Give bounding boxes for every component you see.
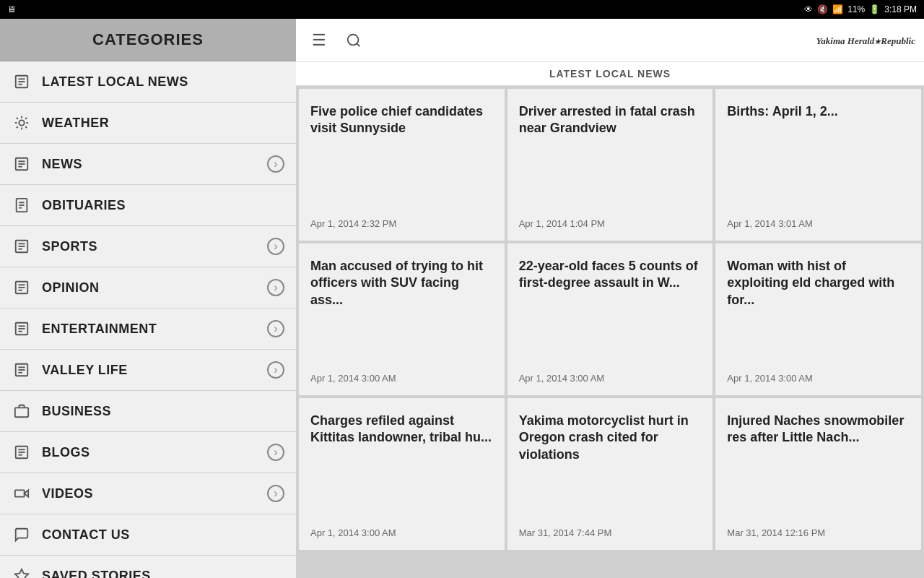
bookmark-icon — [12, 566, 32, 578]
svg-rect-43 — [15, 490, 25, 496]
news-card-date-8: Mar 31, 2014 7:44 PM — [519, 527, 702, 538]
opinion-chevron-icon: › — [267, 279, 284, 296]
sidebar-item-saved-stories[interactable]: SAVED STORIES — [0, 556, 296, 578]
status-bar-left: 🖥 — [7, 4, 16, 14]
svg-rect-37 — [15, 407, 28, 417]
sidebar-label-entertainment: ENTERTAINMENT — [42, 322, 267, 337]
newspaper-icon — [12, 72, 32, 92]
clock: 3:18 PM — [884, 4, 917, 14]
search-button[interactable] — [339, 26, 368, 55]
valley-life-icon — [12, 360, 32, 380]
news-card-title-2: Driver arrested in fatal crash near Gran… — [519, 103, 702, 137]
status-bar: 🖥 👁 🔇 📶 11% 🔋 3:18 PM — [0, 0, 924, 19]
sidebar-label-contact-us: CONTACT US — [42, 527, 284, 543]
battery-icon: 🔋 — [869, 4, 880, 14]
news-chevron-icon: › — [267, 155, 284, 173]
news-card-date-3: Apr 1, 2014 3:01 AM — [727, 218, 910, 229]
svg-marker-45 — [15, 569, 28, 578]
sidebar-label-obituaries: OBITUARIES — [42, 198, 284, 213]
sidebar: CATEGORIES LATEST LOCAL NEWS WEATHER NEW… — [0, 19, 296, 578]
content-area: ☰ Yakima Herald★Republic LATEST LOCAL NE… — [296, 19, 924, 578]
svg-point-47 — [348, 34, 359, 45]
sidebar-label-opinion: OPINION — [42, 280, 267, 296]
news-card-7[interactable]: Charges refiled against Kittitas landown… — [299, 398, 505, 550]
section-label: LATEST LOCAL NEWS — [296, 62, 924, 86]
news-card-date-5: Apr 1, 2014 3:00 AM — [519, 373, 702, 384]
sidebar-item-sports[interactable]: SPORTS › — [0, 226, 296, 267]
news-card-2[interactable]: Driver arrested in fatal crash near Gran… — [507, 89, 713, 241]
video-icon — [12, 483, 32, 504]
sidebar-item-entertainment[interactable]: ENTERTAINMENT › — [0, 309, 296, 350]
news-card-date-9: Mar 31, 2014 12:16 PM — [727, 527, 910, 538]
sidebar-item-contact-us[interactable]: CONTACT US — [0, 514, 296, 556]
news-card-title-4: Man accused of trying to hit officers wi… — [310, 258, 493, 309]
briefcase-icon — [12, 401, 32, 421]
news-card-6[interactable]: Woman with hist of exploiting eld charge… — [715, 243, 921, 395]
news-card-title-6: Woman with hist of exploiting eld charge… — [727, 258, 910, 309]
blogs-chevron-icon: › — [267, 444, 284, 461]
news-card-date-4: Apr 1, 2014 3:00 AM — [310, 373, 493, 384]
sidebar-label-videos: VIDEOS — [42, 486, 267, 501]
sidebar-item-obituaries[interactable]: OBITUARIES — [0, 185, 296, 226]
sidebar-item-opinion[interactable]: OPINION › — [0, 267, 296, 309]
blogs-icon — [12, 442, 32, 462]
battery-percent: 11% — [847, 4, 865, 14]
sidebar-label-latest-local-news: LATEST LOCAL NEWS — [42, 74, 284, 90]
search-icon — [346, 33, 362, 48]
sidebar-label-valley-life: VALLEY LIFE — [42, 363, 267, 378]
mute-icon: 🔇 — [817, 4, 828, 14]
sidebar-label-saved-stories: SAVED STORIES — [42, 569, 284, 579]
opinion-icon — [12, 277, 32, 298]
sidebar-label-weather: WEATHER — [42, 116, 284, 131]
news-card-title-9: Injured Naches snowmobiler res after Lit… — [727, 413, 910, 447]
news-card-5[interactable]: 22-year-old faces 5 counts of first-degr… — [507, 243, 713, 395]
sidebar-label-news: NEWS — [42, 157, 267, 172]
sidebar-item-videos[interactable]: VIDEOS › — [0, 473, 296, 514]
news-grid: Five police chief candidates visit Sunny… — [296, 86, 924, 578]
svg-line-9 — [17, 118, 18, 119]
eye-icon: 👁 — [804, 4, 813, 14]
entertainment-icon — [12, 319, 32, 339]
menu-button[interactable]: ☰ — [305, 26, 334, 55]
chat-icon — [12, 525, 32, 545]
news-card-date-6: Apr 1, 2014 3:00 AM — [727, 373, 910, 384]
videos-chevron-icon: › — [267, 485, 284, 502]
sidebar-item-news[interactable]: NEWS › — [0, 144, 296, 185]
sidebar-item-weather[interactable]: WEATHER — [0, 103, 296, 144]
news-card-title-8: Yakima motorcyclist hurt in Oregon crash… — [519, 413, 702, 463]
sun-icon — [12, 113, 32, 133]
sports-chevron-icon: › — [267, 238, 284, 255]
screen-icon: 🖥 — [7, 4, 16, 14]
sidebar-item-latest-local-news[interactable]: LATEST LOCAL NEWS — [0, 61, 296, 103]
news-card-date-2: Apr 1, 2014 1:04 PM — [519, 218, 702, 229]
sidebar-item-blogs[interactable]: BLOGS › — [0, 432, 296, 473]
news-card-date-7: Apr 1, 2014 3:00 AM — [310, 527, 493, 538]
wifi-icon: 📶 — [832, 4, 843, 14]
news-card-1[interactable]: Five police chief candidates visit Sunny… — [299, 89, 505, 241]
sidebar-item-valley-life[interactable]: VALLEY LIFE › — [0, 350, 296, 391]
news-card-9[interactable]: Injured Naches snowmobiler res after Lit… — [715, 398, 921, 550]
news-card-title-3: Births: April 1, 2... — [727, 103, 910, 120]
svg-line-12 — [25, 118, 27, 119]
news-card-8[interactable]: Yakima motorcyclist hurt in Oregon crash… — [507, 398, 713, 550]
logo-text: Yakima Herald★Republic — [816, 34, 915, 47]
news-card-4[interactable]: Man accused of trying to hit officers wi… — [299, 243, 505, 395]
svg-line-48 — [357, 43, 359, 46]
svg-line-10 — [25, 126, 27, 128]
news-card-title-5: 22-year-old faces 5 counts of first-degr… — [519, 258, 702, 292]
top-bar: ☰ Yakima Herald★Republic — [296, 19, 924, 62]
svg-point-4 — [19, 120, 24, 125]
news-card-date-1: Apr 1, 2014 2:32 PM — [310, 218, 493, 229]
news-card-title-1: Five police chief candidates visit Sunny… — [310, 103, 493, 137]
news-icon — [12, 154, 32, 174]
svg-line-11 — [17, 126, 18, 128]
news-card-3[interactable]: Births: April 1, 2... Apr 1, 2014 3:01 A… — [715, 89, 921, 241]
sidebar-header: CATEGORIES — [0, 19, 296, 61]
entertainment-chevron-icon: › — [267, 320, 284, 337]
main-layout: CATEGORIES LATEST LOCAL NEWS WEATHER NEW… — [0, 19, 924, 578]
sidebar-item-business[interactable]: BUSINESS — [0, 391, 296, 432]
news-card-title-7: Charges refiled against Kittitas landown… — [310, 413, 493, 447]
obituaries-icon — [12, 195, 32, 215]
hamburger-icon: ☰ — [312, 31, 326, 50]
sidebar-label-sports: SPORTS — [42, 239, 267, 254]
